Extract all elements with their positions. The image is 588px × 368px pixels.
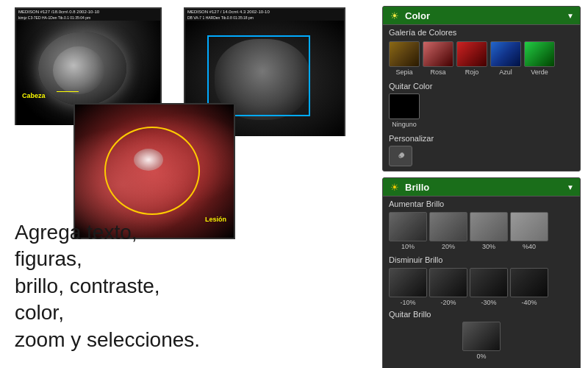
- bright-zero-image: [462, 322, 501, 351]
- bright-30-item[interactable]: 30%: [470, 212, 508, 250]
- color-panel-header: ☀ Color ▼: [383, 7, 580, 25]
- bright-zero-label: 0%: [476, 353, 486, 360]
- sepia-image: [389, 41, 420, 67]
- none-label: Ninguno: [392, 121, 417, 128]
- us2-header: MEDISON #127 / 14.0cm\ 4.3 2002-10-10: [185, 9, 344, 15]
- bright-10-image: [389, 212, 427, 241]
- sepia-label: Sepia: [395, 68, 412, 76]
- bright-m40-item[interactable]: -40%: [510, 268, 548, 306]
- right-panels: ☀ Color ▼ Galería de Colores Sepia Rosa …: [382, 6, 581, 368]
- decrease-brightness-grid: -10% -20% -30% -40%: [383, 266, 580, 308]
- decrease-brillo-label: Disminuir Brillo: [383, 252, 580, 266]
- cabeza-arrow: [57, 91, 79, 92]
- main-text-section: Agrega texto, figuras,brillo, contraste,…: [15, 219, 206, 353]
- bright-m10-item[interactable]: -10%: [389, 268, 427, 306]
- swatch-azul[interactable]: Azul: [490, 41, 521, 76]
- remove-brillo-section: Quitar Brillo 0%: [383, 308, 580, 366]
- main-description: Agrega texto, figuras,brillo, contraste,…: [15, 219, 206, 353]
- bright-m40-image: [510, 268, 548, 297]
- brillo-panel: ☀ Brillo ▼ Aumentar Brillo 10% 20% 30% %…: [382, 177, 581, 368]
- us1-header: MEDISON #127 /18.0cm\ 0.8 2002-10-10: [16, 9, 160, 15]
- increase-brightness-grid: 10% 20% 30% %40: [383, 210, 580, 252]
- bright-20-image: [429, 212, 467, 241]
- remove-color-label: Quitar Color: [389, 82, 574, 91]
- swatch-verde[interactable]: Verde: [524, 41, 555, 76]
- bright-20-label: 20%: [442, 243, 455, 250]
- us2-header2-text: DB VA-7 1 HARDen Tib.0.8 01:35:18 pm: [187, 15, 254, 20]
- bright-m20-item[interactable]: -20%: [429, 268, 467, 306]
- bright-30-image: [470, 212, 508, 241]
- swatch-sepia[interactable]: Sepia: [389, 41, 420, 76]
- customize-icon: [395, 151, 406, 161]
- bright-20-item[interactable]: 20%: [429, 212, 467, 250]
- bright-m30-item[interactable]: -30%: [470, 268, 508, 306]
- color-personalize-label: Personalizar: [383, 132, 580, 144]
- none-swatch-row: Ninguno: [389, 93, 574, 128]
- none-image: [389, 93, 420, 119]
- rosa-image: [423, 41, 453, 67]
- bright-m10-label: -10%: [400, 299, 415, 306]
- remove-brillo-label: Quitar Brillo: [389, 310, 574, 319]
- us2-header2: DB VA-7 1 HARDen Tib.0.8 01:35:18 pm: [185, 15, 344, 21]
- verde-image: [524, 41, 555, 67]
- increase-brillo-label: Aumentar Brillo: [383, 197, 580, 210]
- bright-10-label: 10%: [401, 243, 415, 250]
- verde-label: Verde: [531, 68, 548, 76]
- bright-m40-label: -40%: [521, 299, 537, 306]
- bright-m20-label: -20%: [440, 299, 456, 306]
- brillo-panel-header: ☀ Brillo ▼: [383, 178, 580, 197]
- bright-40-item[interactable]: %40: [510, 212, 548, 250]
- swatch-none[interactable]: Ninguno: [389, 93, 420, 128]
- sun-icon: ☀: [390, 10, 399, 21]
- azul-image: [490, 41, 521, 67]
- color-panel-title: Color: [405, 10, 562, 21]
- bright-m20-image: [429, 268, 467, 297]
- rojo-label: Rojo: [465, 68, 479, 76]
- color-customize-button[interactable]: [389, 146, 412, 166]
- rojo-image: [456, 41, 487, 67]
- bright-m30-label: -30%: [481, 299, 496, 306]
- bright-40-label: %40: [523, 243, 536, 250]
- bright-10-item[interactable]: 10%: [389, 212, 427, 250]
- brillo-sun-icon: ☀: [390, 182, 399, 193]
- color-swatches-container: Sepia Rosa Rojo Azul Verde: [383, 38, 580, 80]
- bright-40-image: [510, 212, 548, 241]
- us1-header2-text: kimjz C3-7ED HA-1Den Tib.0.1 01:35:04 pm: [18, 15, 90, 20]
- endoscopy-body: Lesión: [75, 105, 234, 238]
- color-panel-icon: ☀: [389, 10, 401, 21]
- rosa-label: Rosa: [430, 68, 445, 76]
- swatch-rojo[interactable]: Rojo: [456, 41, 487, 76]
- bright-30-label: 30%: [482, 243, 495, 250]
- brillo-panel-icon: ☀: [389, 181, 401, 193]
- bright-m30-image: [470, 268, 508, 297]
- remove-color-section: Quitar Color Ninguno: [383, 80, 580, 132]
- fetus-inner: [53, 46, 104, 94]
- color-panel-dropdown-icon[interactable]: ▼: [567, 12, 574, 20]
- fetus-outline: [38, 32, 126, 105]
- bright-m10-image: [389, 268, 427, 297]
- lesion-circle: [104, 127, 200, 215]
- cabeza-label: Cabeza: [22, 92, 46, 99]
- lesion-label: Lesión: [205, 216, 226, 223]
- azul-label: Azul: [499, 68, 512, 76]
- us2-header-text: MEDISON #127 / 14.0cm\ 4.3 2002-10-10: [187, 10, 270, 14]
- brillo-panel-title: Brillo: [405, 182, 562, 193]
- us1-header2: kimjz C3-7ED HA-1Den Tib.0.1 01:35:04 pm: [16, 15, 160, 21]
- swatch-rosa[interactable]: Rosa: [423, 41, 453, 76]
- brillo-panel-dropdown-icon[interactable]: ▼: [567, 183, 574, 191]
- us1-header-text: MEDISON #127 /18.0cm\ 0.8 2002-10-10: [18, 10, 99, 14]
- color-panel: ☀ Color ▼ Galería de Colores Sepia Rosa …: [382, 6, 581, 171]
- bright-zero-item[interactable]: 0%: [389, 322, 574, 360]
- gallery-label: Galería de Colores: [383, 25, 580, 38]
